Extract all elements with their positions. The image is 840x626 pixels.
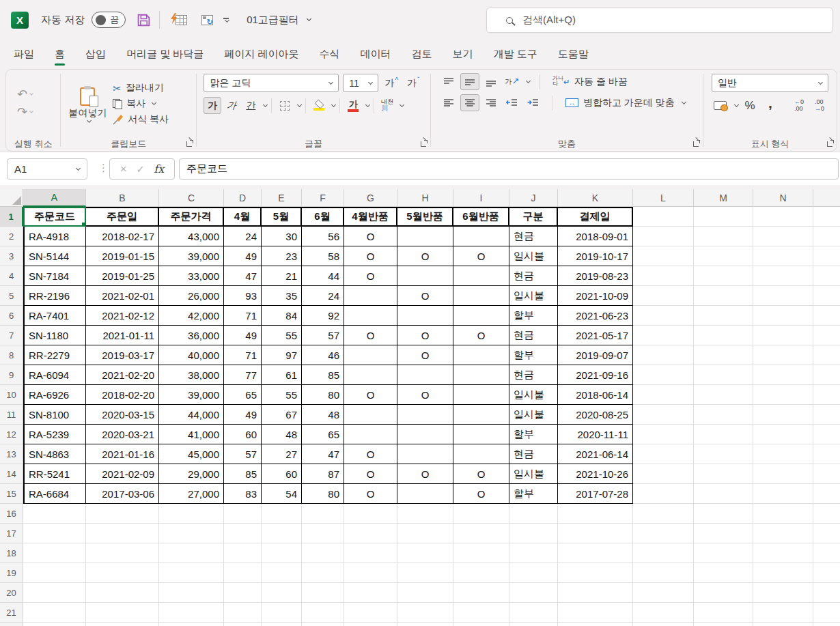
cell-K5[interactable]: 2021-10-09 bbox=[558, 286, 633, 306]
column-header-L[interactable]: L bbox=[633, 189, 694, 207]
cell-J11[interactable]: 일시불 bbox=[509, 405, 558, 425]
cell-A20[interactable] bbox=[23, 583, 86, 603]
cell-H1[interactable]: 5월반품 bbox=[397, 207, 453, 227]
cell-I13[interactable] bbox=[453, 444, 509, 464]
cell-M9[interactable] bbox=[694, 365, 753, 385]
cell-D10[interactable]: 65 bbox=[224, 385, 262, 405]
cell-K20[interactable] bbox=[558, 583, 633, 603]
cell-A11[interactable]: SN-8100 bbox=[23, 405, 86, 425]
cell-J15[interactable]: 할부 bbox=[509, 484, 558, 504]
cell-E12[interactable]: 48 bbox=[262, 425, 302, 444]
cell-E5[interactable]: 35 bbox=[262, 286, 302, 306]
underline-button[interactable]: 간 bbox=[242, 97, 260, 114]
cell-F6[interactable]: 92 bbox=[302, 306, 344, 326]
cell-F21[interactable] bbox=[302, 603, 344, 623]
save-button[interactable] bbox=[137, 13, 151, 27]
cell-partial-21[interactable] bbox=[813, 603, 840, 623]
cell-F7[interactable]: 57 bbox=[302, 326, 344, 345]
cell-G19[interactable] bbox=[344, 563, 397, 583]
cell-I5[interactable] bbox=[453, 286, 509, 306]
cell-M20[interactable] bbox=[694, 583, 753, 603]
cell-I10[interactable] bbox=[453, 385, 509, 405]
cell-K13[interactable]: 2021-06-14 bbox=[558, 444, 633, 464]
cell-F15[interactable]: 80 bbox=[302, 484, 344, 504]
borders-button[interactable] bbox=[276, 97, 294, 114]
cell-C1[interactable]: 주문가격 bbox=[159, 207, 224, 227]
cell-E2[interactable]: 30 bbox=[262, 227, 302, 246]
chevron-down-icon[interactable] bbox=[331, 102, 336, 106]
column-header-B[interactable]: B bbox=[86, 189, 159, 207]
cell-N15[interactable] bbox=[753, 484, 813, 504]
cell-D13[interactable]: 57 bbox=[224, 444, 262, 464]
increase-indent-button[interactable] bbox=[524, 94, 543, 111]
cell-K8[interactable]: 2019-09-07 bbox=[558, 345, 633, 365]
customize-quick-access-button[interactable] bbox=[223, 18, 229, 22]
cell-N6[interactable] bbox=[753, 306, 813, 326]
cell-C16[interactable] bbox=[159, 504, 224, 524]
cell-I2[interactable] bbox=[453, 227, 509, 246]
cell-C2[interactable]: 43,000 bbox=[159, 227, 224, 246]
cell-E17[interactable] bbox=[262, 524, 302, 543]
cell-B16[interactable] bbox=[86, 504, 159, 524]
cell-N22[interactable] bbox=[753, 623, 813, 626]
alignment-dialog-launcher-icon[interactable] bbox=[693, 141, 699, 147]
cell-partial-13[interactable] bbox=[813, 444, 840, 464]
cell-F5[interactable]: 24 bbox=[302, 286, 344, 306]
cell-E6[interactable]: 84 bbox=[262, 306, 302, 326]
cell-D21[interactable] bbox=[224, 603, 262, 623]
cell-partial-10[interactable] bbox=[813, 385, 840, 405]
cell-H15[interactable] bbox=[397, 484, 453, 504]
cell-M1[interactable] bbox=[694, 207, 753, 227]
cell-H12[interactable] bbox=[397, 425, 453, 444]
cell-G1[interactable]: 4월반품 bbox=[344, 207, 397, 227]
cell-E4[interactable]: 21 bbox=[262, 266, 302, 286]
cell-L12[interactable] bbox=[633, 425, 694, 444]
cell-J13[interactable]: 현금 bbox=[509, 444, 558, 464]
cell-partial-7[interactable] bbox=[813, 326, 840, 345]
cell-C22[interactable] bbox=[159, 623, 224, 626]
clipboard-dialog-launcher-icon[interactable] bbox=[186, 141, 192, 147]
cell-D15[interactable]: 83 bbox=[224, 484, 262, 504]
row-header-9[interactable]: 9 bbox=[0, 365, 23, 385]
cell-N10[interactable] bbox=[753, 385, 813, 405]
cell-I3[interactable]: O bbox=[453, 246, 509, 266]
cell-C20[interactable] bbox=[159, 583, 224, 603]
cell-L6[interactable] bbox=[633, 306, 694, 326]
cell-C5[interactable]: 26,000 bbox=[159, 286, 224, 306]
cell-E22[interactable] bbox=[262, 623, 302, 626]
cell-L7[interactable] bbox=[633, 326, 694, 345]
orientation-button[interactable]: 가↗ bbox=[503, 73, 522, 90]
cell-L4[interactable] bbox=[633, 266, 694, 286]
row-header-1[interactable]: 1 bbox=[0, 207, 23, 227]
cell-M11[interactable] bbox=[694, 405, 753, 425]
cell-C8[interactable]: 40,000 bbox=[159, 345, 224, 365]
cell-K9[interactable]: 2021-09-16 bbox=[558, 365, 633, 385]
cell-I16[interactable] bbox=[453, 504, 509, 524]
formula-input[interactable]: 주문코드 bbox=[179, 158, 839, 180]
cell-N17[interactable] bbox=[753, 524, 813, 543]
cell-D11[interactable]: 49 bbox=[224, 405, 262, 425]
cell-G4[interactable]: O bbox=[344, 266, 397, 286]
cell-D20[interactable] bbox=[224, 583, 262, 603]
cell-D2[interactable]: 24 bbox=[224, 227, 262, 246]
chevron-down-icon[interactable] bbox=[734, 102, 739, 106]
cell-partial-17[interactable] bbox=[813, 524, 840, 543]
cell-N16[interactable] bbox=[753, 504, 813, 524]
align-center-button[interactable] bbox=[460, 94, 479, 111]
cell-J7[interactable]: 현금 bbox=[509, 326, 558, 345]
cell-D17[interactable] bbox=[224, 524, 262, 543]
cell-L20[interactable] bbox=[633, 583, 694, 603]
cell-G9[interactable] bbox=[344, 365, 397, 385]
cell-G16[interactable] bbox=[344, 504, 397, 524]
cell-M13[interactable] bbox=[694, 444, 753, 464]
paste-button[interactable]: 붙여넣기 bbox=[66, 85, 109, 122]
cell-G5[interactable] bbox=[344, 286, 397, 306]
cell-F16[interactable] bbox=[302, 504, 344, 524]
cell-N21[interactable] bbox=[753, 603, 813, 623]
cell-L2[interactable] bbox=[633, 227, 694, 246]
document-title[interactable]: 01고급필터 bbox=[247, 14, 311, 27]
cell-G21[interactable] bbox=[344, 603, 397, 623]
cell-N11[interactable] bbox=[753, 405, 813, 425]
merge-center-button[interactable]: ↔ 병합하고 가운데 맞춤 bbox=[565, 97, 686, 109]
cell-A22[interactable] bbox=[23, 623, 86, 626]
